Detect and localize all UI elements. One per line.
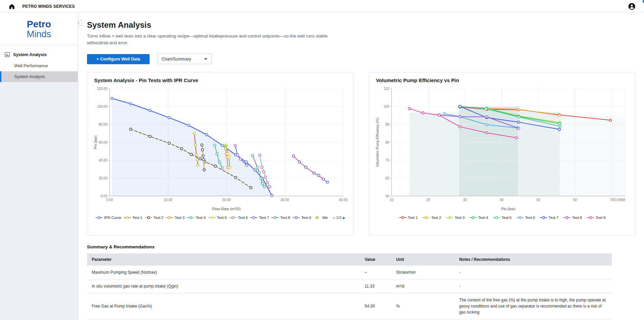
legend-item-test-5[interactable]: Test 5 [493, 216, 511, 220]
svg-text:60.00: 60.00 [99, 141, 107, 144]
brand-title: PETRO MINDS SERVICES [22, 4, 75, 9]
table-row: Maximum Pumping Speed (Nstmax)–Stroke/mi… [87, 266, 612, 279]
legend-marker-icon [292, 216, 300, 219]
bar-chart-icon [5, 52, 10, 57]
legend-item-test-4[interactable]: Test 4 [187, 216, 205, 220]
value-cell: – [360, 266, 392, 279]
col-parameter: Parameter [87, 253, 360, 266]
legend-item-ipr-curve[interactable]: IPR Curve [95, 216, 121, 220]
chart-summary-select[interactable]: Chart/Summary [157, 54, 212, 64]
unit-cell: m³/d [392, 279, 454, 293]
legend-item-test-8[interactable]: Test 8 [271, 216, 290, 220]
legend-item-test-4[interactable]: Test 4 [469, 216, 488, 220]
home-icon [8, 3, 15, 10]
legend-item-test-7[interactable]: Test 7 [540, 216, 558, 220]
svg-text:0.00: 0.00 [101, 194, 108, 198]
parameter-cell: Maximum Pumping Speed (Nstmax) [87, 266, 360, 279]
svg-text:120.00: 120.00 [97, 87, 107, 91]
legend-label: Test 9 [596, 216, 605, 220]
svg-text:90: 90 [385, 123, 390, 126]
col-value: Value [360, 253, 392, 266]
home-button[interactable] [7, 2, 16, 11]
svg-text:20: 20 [426, 198, 430, 202]
legend-label: Test 7 [549, 216, 558, 220]
svg-text:80.00: 80.00 [99, 123, 107, 126]
legend-pagination: ◀1/2▶ [332, 216, 346, 220]
logo-petro: Petro [27, 20, 51, 29]
sidebar-item-system-analysis-section[interactable]: System Analysis [0, 49, 78, 60]
col-unit: Unit [392, 253, 454, 266]
legend-marker-icon [313, 216, 321, 219]
legend-label: Test 9 [301, 216, 311, 220]
chart-panel-efficiency: Volumetric Pump Efficiency vs Pin 506070… [369, 72, 636, 236]
legend-marker-icon [229, 216, 237, 219]
svg-text:100.00: 100.00 [97, 105, 107, 108]
legend-label: Test 2 [154, 216, 163, 220]
summary-table: Parameter Value Unit Notes / Recommendat… [87, 253, 612, 320]
legend-page-indicator: 1/2 [336, 216, 341, 220]
svg-text:Pin (bar): Pin (bar) [501, 207, 515, 211]
sidebar-item-label: Well Performance [14, 64, 48, 68]
legend-marker-icon [493, 216, 500, 219]
legend-item-test-1[interactable]: Test 1 [124, 216, 142, 220]
legend-marker-icon [124, 216, 131, 219]
legend-next-page-button[interactable]: ▶ [343, 216, 346, 220]
logo-minds: Minds [0, 29, 78, 40]
logo: Petro Minds [0, 13, 78, 45]
chart-title-ipr: System Analysis - Pin Tests with IPR Cur… [93, 77, 348, 83]
legend-label: Test 4 [196, 216, 205, 220]
legend-label: Test 3 [455, 216, 465, 220]
page-title: System Analysis [87, 20, 635, 30]
svg-text:73.5968: 73.5968 [613, 198, 625, 202]
legend-item-test-9[interactable]: Test 9 [587, 216, 605, 220]
legend-item-test-3[interactable]: Test 3 [446, 216, 465, 220]
legend-item-test-1[interactable]: Test 1 [399, 216, 418, 220]
notes-cell: - [454, 279, 612, 293]
value-cell: 11.33 [360, 279, 392, 293]
svg-text:40: 40 [500, 198, 504, 202]
legend-item-test-9[interactable]: Test 9 [292, 216, 311, 220]
legend-label: Test 1 [408, 216, 418, 220]
parameter-cell: Free Gas at Pump Intake (Gas%) [87, 293, 360, 319]
sidebar-collapse-button[interactable] [78, 19, 82, 27]
legend-label: Test 5 [217, 216, 227, 220]
legend-item-test-2[interactable]: Test 2 [145, 216, 163, 220]
configure-well-data-button[interactable]: + Configure Well Data [87, 54, 150, 64]
legend-item-test-6[interactable]: Test 6 [516, 216, 535, 220]
efficiency-chart-legend: Test 1Test 2Test 3Test 4Test 5Test 6Test… [375, 216, 630, 220]
svg-text:20.00: 20.00 [99, 176, 107, 180]
svg-text:80: 80 [385, 141, 390, 144]
legend-label: Test 2 [431, 216, 441, 220]
sidebar-item-well-performance[interactable]: Well Performance [0, 60, 78, 71]
legend-label: Test 6 [525, 216, 535, 220]
legend-item-we[interactable]: We [313, 216, 328, 220]
legend-item-test-5[interactable]: Test 5 [208, 216, 227, 220]
legend-marker-icon [446, 216, 453, 219]
legend-item-test-7[interactable]: Test 7 [250, 216, 269, 220]
account-button[interactable] [627, 2, 637, 11]
legend-marker-icon [271, 216, 279, 219]
sidebar-item-system-analysis[interactable]: System Analysis [0, 71, 78, 82]
legend-prev-page-button[interactable]: ◀ [332, 216, 335, 220]
legend-marker-icon [145, 216, 152, 219]
chevron-left-icon [78, 21, 81, 25]
summary-table-header-row: Parameter Value Unit Notes / Recommendat… [87, 253, 612, 266]
svg-text:40.00: 40.00 [99, 158, 107, 162]
legend-marker-icon [166, 216, 173, 219]
legend-label: Test 4 [478, 216, 488, 220]
svg-text:60: 60 [385, 176, 390, 180]
svg-text:50: 50 [536, 198, 540, 202]
legend-label: IPR Curve [104, 216, 121, 220]
legend-marker-icon [587, 216, 594, 219]
legend-item-test-3[interactable]: Test 3 [166, 216, 184, 220]
chart-svg: 0.0020.0040.0060.0080.00100.00120.000.00… [93, 85, 348, 213]
sidebar-item-label: System Analysis [13, 52, 47, 57]
svg-text:10.00: 10.00 [164, 198, 172, 202]
svg-text:0.00: 0.00 [106, 198, 113, 202]
chart-svg: 50607080901001101020304050607073.5968Pin… [375, 85, 630, 213]
legend-item-test-8[interactable]: Test 8 [563, 216, 582, 220]
sidebar-nav: System Analysis Well Performance System … [0, 45, 78, 82]
legend-label: Test 5 [502, 216, 511, 220]
legend-item-test-2[interactable]: Test 2 [422, 216, 441, 220]
legend-item-test-6[interactable]: Test 6 [229, 216, 248, 220]
